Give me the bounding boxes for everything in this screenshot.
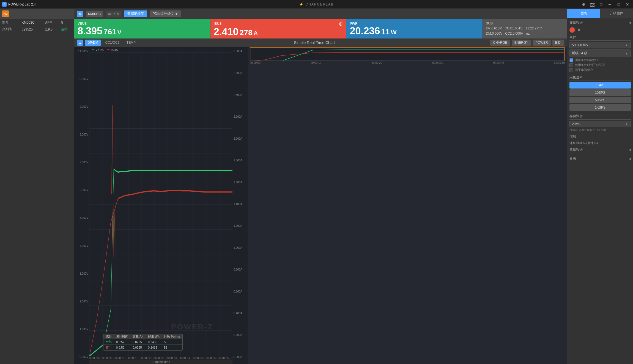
value-app: 5 — [59, 19, 74, 26]
storage-info: 可储存: 200K 数据 约: 55 小时 — [569, 128, 631, 132]
right-panel-tabs: 图表 升级固件 — [567, 9, 633, 18]
pwr-label: PWR — [350, 22, 479, 26]
title-controls: ⚙ 📷 □ ─ □ ✕ — [580, 1, 631, 8]
start-record-checkbox[interactable] — [569, 63, 573, 67]
section-header-log: 日志 ◀ — [569, 156, 631, 162]
threshold-dropdown[interactable]: 500.00 mA ▲ — [569, 42, 631, 48]
tab-cc1-cc2[interactable]: CC1/CC2 — [103, 40, 122, 46]
ibus-icon: ⊕ — [339, 21, 343, 27]
chart-main: VBUS IBUS — [89, 47, 232, 364]
ibus-value-integer: 2.410 — [214, 27, 239, 37]
section-header-conditions: 条件 — [569, 35, 631, 41]
tab-pd-analyzer[interactable]: PD协议分析仪 ▼ — [150, 10, 181, 17]
legend-ibus-label: IBUS — [111, 48, 118, 51]
auto-stop-checkbox[interactable]: ✓ — [569, 58, 573, 62]
device-number: 5 — [77, 11, 83, 17]
tab-dp-dm[interactable]: DP/DM — [85, 40, 101, 46]
ibus-label: IBUS — [214, 22, 222, 26]
device-bar: 5 KM003C 029525 数据记录仪 PD协议分析仪 ▼ — [74, 9, 567, 19]
section-info: 信息 计数 缓存 53 累计 53 — [569, 134, 631, 145]
mini-chart-inner[interactable] — [250, 47, 565, 61]
sidebar-row-model: 型号 KM003C APP 5 — [0, 19, 74, 26]
sidebar: KM 型号 KM003C APP 5 序列号 029525 1.9.5 连接 — [0, 9, 74, 364]
chart-inner: 11.000V 10.000V 9.000V 8.000V 7.000V 6.0… — [74, 47, 248, 364]
storage-dropdown[interactable]: 20MB ▲ — [569, 121, 631, 127]
sidebar-table: 型号 KM003C APP 5 序列号 029525 1.9.5 连接 — [0, 19, 74, 33]
device-serial: 029525 — [106, 11, 121, 17]
rate-1ksps[interactable]: 1KSPS — [569, 104, 631, 111]
section-log: 日志 ◀ — [569, 156, 631, 163]
offline-arrow: ◀ — [629, 148, 631, 151]
stats-header-label: 统计 — [103, 334, 114, 339]
duration-dropdown[interactable]: 延续 24 秒 ▲ — [569, 49, 631, 57]
title-bar: Z POWER-Z Lab 2.4 ⚡ CHARGERLAB ⚙ 📷 □ ─ □… — [0, 0, 633, 9]
start-record-row: 使用条件时暂开始记录 — [569, 63, 631, 67]
section-header-online: 在线数据 ◀ — [569, 20, 631, 26]
duration-arrow: ▲ — [625, 51, 628, 55]
action-charge[interactable]: CHARGE — [490, 40, 510, 46]
chart-title: Simple Real-Time Chart — [140, 40, 489, 45]
section-header-rate: 采集速率 — [569, 75, 631, 81]
chart-toolbar: ▲ DP/DM CC1/CC2 TEMP Simple Real-Time Ch… — [74, 38, 567, 47]
elapsed-label: Elapsed Time — [89, 360, 232, 364]
chart-legend: VBUS IBUS — [89, 47, 232, 53]
stats-table: 统计 累计时间 容量 Ah 能量 Wh 计数 Points — [103, 334, 183, 351]
content-area: 5 KM003C 029525 数据记录仪 PD协议分析仪 ▼ VBUS 8.3… — [74, 9, 567, 364]
action-ed[interactable]: E.D. — [552, 40, 564, 46]
recording-controls: ⏸ — [569, 27, 631, 33]
legend-vbus: VBUS — [92, 48, 104, 51]
mini-chart-svg — [250, 47, 565, 61]
vbus-unit: V — [117, 29, 122, 36]
action-energy[interactable]: ENERGY — [512, 40, 531, 46]
tab-temp[interactable]: TEMP — [124, 40, 138, 46]
section-online-data: 在线数据 ◀ ⏸ — [569, 20, 631, 33]
save-edge-row: 边采集边保存 — [569, 68, 631, 72]
pwr-value-integer: 20.236 — [350, 26, 380, 36]
save-edge-checkbox[interactable] — [569, 68, 573, 72]
chart-svg-wrapper: 统计 累计时间 容量 Ah 能量 Wh 计数 Points — [89, 53, 232, 356]
window-button[interactable]: □ — [598, 1, 604, 8]
save-edge-label: 边采集边保存 — [575, 68, 593, 72]
online-arrow: ◀ — [629, 21, 631, 24]
connect-status: 连接 — [59, 26, 74, 33]
close-button[interactable]: ✕ — [624, 1, 631, 8]
sidebar-header: KM — [0, 9, 74, 19]
main-layout: KM 型号 KM003C APP 5 序列号 029525 1.9.5 连接 5… — [0, 9, 633, 364]
vbus-label: VBUS — [78, 22, 207, 26]
maximize-button[interactable]: □ — [615, 1, 622, 8]
section-header-offline: 离线数据 ◀ — [569, 147, 631, 153]
record-button[interactable] — [569, 27, 575, 33]
auto-stop-label: 满足条件自动停止 — [575, 58, 599, 62]
pwr-value-decimal: 11 — [381, 28, 390, 36]
tab-chart[interactable]: 图表 — [567, 9, 600, 18]
screenshot-button[interactable]: 📷 — [589, 1, 596, 8]
section-storage: 存储深度 20MB ▲ 可储存: 200K 数据 约: 55 小时 — [569, 114, 631, 132]
label-app: APP — [43, 19, 59, 26]
sub-line1: DP:0.613V CC1:1.651V T1:22.27°C — [486, 26, 563, 31]
rate-1sps[interactable]: 1SPS — [569, 82, 631, 89]
right-panel: 图表 升级固件 在线数据 ◀ ⏸ 条件 500 — [567, 9, 633, 364]
rate-10sps[interactable]: 10SPS — [569, 89, 631, 96]
rate-50sps[interactable]: 50SPS — [569, 97, 631, 103]
pwr-unit: W — [391, 29, 397, 36]
section-rate: 采集速率 1SPS 10SPS 50SPS 1KSPS — [569, 75, 631, 112]
metric-sub: SUB DP:0.613V CC1:1.651V T1:22.27°C DM:0… — [483, 19, 567, 38]
legend-vbus-label: VBUS — [95, 48, 104, 51]
chart-container: 11.000V 10.000V 9.000V 8.000V 7.000V 6.0… — [74, 47, 567, 364]
minimize-button[interactable]: ─ — [607, 1, 613, 8]
start-record-label: 使用条件时暂开始记录 — [575, 63, 605, 67]
action-power[interactable]: POWER — [533, 40, 550, 46]
log-arrow: ◀ — [629, 157, 631, 160]
x-axis: 00:00:00.0 00:00:05.0 00:00:10.0 00:00:1… — [89, 356, 232, 360]
stats-row-window: 窗口 0:0:52 0.0295 0.2435 53 — [103, 345, 182, 350]
mini-chart: 00:00:00 00:00:10 00:00:20 00:00:30 00:0… — [248, 47, 567, 364]
value-model: KM003C — [20, 19, 43, 26]
tab-firmware[interactable]: 升级固件 — [600, 9, 633, 18]
settings-button[interactable]: ⚙ — [580, 1, 587, 8]
metrics-row: VBUS 8.395 761 V IBUS ⊕ 2.410 278 A — [74, 19, 567, 38]
pause-button[interactable]: ⏸ — [577, 28, 581, 32]
section-conditions: 条件 500.00 mA ▲ 延续 24 秒 ▲ ✓ 满足条件自动停止 使用条件… — [569, 35, 631, 73]
device-model: KM003C — [86, 11, 103, 17]
svg-rect-0 — [89, 53, 232, 356]
tab-data-recorder[interactable]: 数据记录仪 — [124, 10, 147, 17]
